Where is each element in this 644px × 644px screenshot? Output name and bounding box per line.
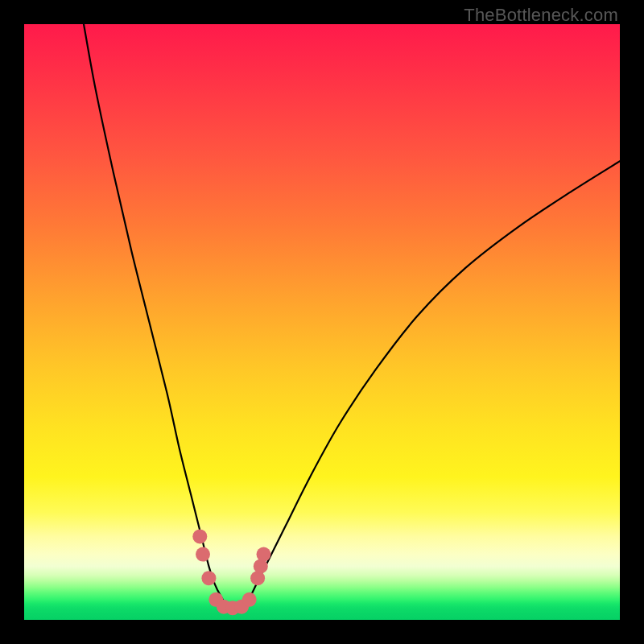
marker-dot <box>201 571 216 585</box>
marker-dot <box>257 547 271 562</box>
marker-dot <box>196 547 210 562</box>
plot-area <box>24 24 620 620</box>
marker-dot <box>242 592 257 607</box>
marker-dot <box>192 529 207 543</box>
curve-layer <box>24 24 620 620</box>
bottleneck-curve <box>84 24 620 609</box>
chart-frame: TheBottleneck.com <box>0 0 644 644</box>
marker-group <box>192 529 270 615</box>
watermark-text: TheBottleneck.com <box>464 5 618 26</box>
